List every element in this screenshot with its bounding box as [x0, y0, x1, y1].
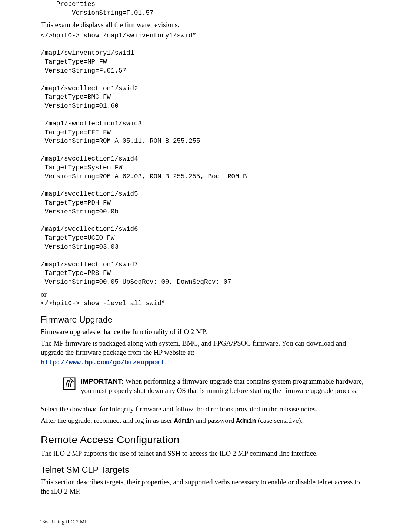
admin-user-literal: Admin	[174, 417, 194, 425]
firmware-para-2: The MP firmware is packaged along with s…	[41, 339, 366, 367]
important-icon	[63, 377, 76, 391]
page-footer: 136 Using iLO 2 MP	[40, 519, 366, 525]
page-container: Properties VersionString=F.01.57 This ex…	[0, 0, 400, 525]
example-intro-text: This example displays all the firmware r…	[41, 20, 366, 29]
fw-para4-post: (case sensitive).	[256, 417, 303, 424]
code-block-main: </>hpiLO-> show /map1/swinventory1/swid*…	[41, 31, 366, 287]
code-block-properties: Properties VersionString=F.01.57	[41, 0, 366, 18]
or-label: or	[41, 290, 366, 299]
important-label: IMPORTANT:	[81, 377, 124, 385]
bizsupport-link[interactable]: http://www.hp.com/go/bizsupport	[41, 359, 165, 366]
period: .	[165, 358, 167, 366]
footer-label: Using iLO 2 MP	[52, 519, 88, 525]
admin-password-literal: Admin	[236, 417, 256, 425]
firmware-para-2-text: The MP firmware is packaged along with s…	[41, 339, 346, 356]
important-callout: IMPORTANT: When performing a firmware up…	[63, 373, 366, 400]
important-text: IMPORTANT: When performing a firmware up…	[81, 377, 366, 395]
code-block-alt: </>hpiLO-> show -level all swid*	[41, 299, 366, 308]
fw-para4-mid: and password	[194, 417, 236, 424]
firmware-para-1: Firmware upgrades enhance the functional…	[41, 327, 366, 336]
firmware-para-3: Select the download for Integrity firmwa…	[41, 404, 366, 414]
heading-remote-access: Remote Access Configuration	[41, 434, 366, 446]
telnet-para: This section describes targets, their pr…	[41, 477, 366, 496]
fw-para4-pre: After the upgrade, reconnect and log in …	[41, 417, 174, 424]
heading-firmware-upgrade: Firmware Upgrade	[41, 315, 366, 325]
heading-telnet-targets: Telnet SM CLP Targets	[41, 465, 366, 475]
page-number: 136	[40, 519, 48, 525]
remote-access-para: The iLO 2 MP supports the use of telnet …	[41, 449, 366, 458]
svg-rect-0	[64, 378, 75, 389]
firmware-para-4: After the upgrade, reconnect and log in …	[41, 416, 366, 426]
